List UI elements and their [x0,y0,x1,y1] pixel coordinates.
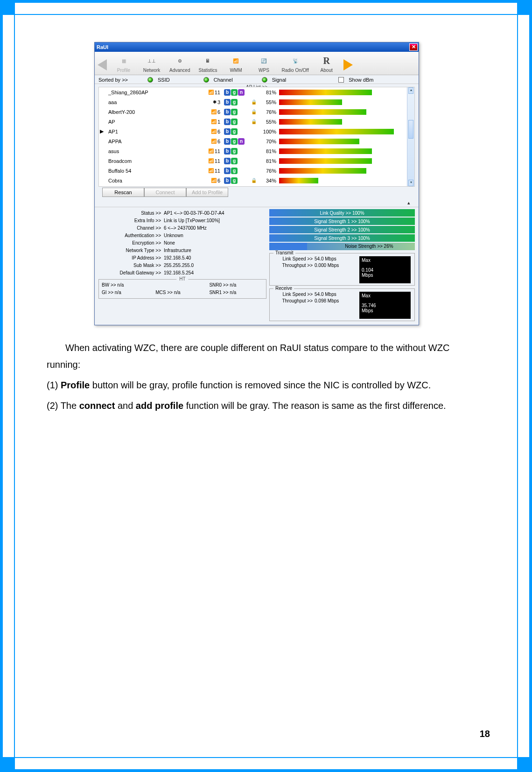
ap-row[interactable]: Broadcom📶11bg81% [99,156,414,166]
signal-strength-1-bar: Signal Strength 1 >> 100% [269,218,415,225]
ap-channel: 📶11 [202,168,224,174]
status-pane: Status >>AP1 <--> 00-03-7F-00-D7-A4Extra… [95,207,419,325]
status-line: Network Type >>Infrastructure [98,246,266,254]
doc-para-1: When activating WZC, there are couple di… [47,339,467,373]
scroll-up-icon[interactable]: ▴ [408,87,413,94]
ap-list[interactable]: _Shiang_2860AP📶11bgn81%aaa✱3bg🔒55%Albert… [98,87,415,187]
ap-channel: 📶6 [202,178,224,183]
close-icon[interactable]: ✕ [409,43,418,51]
ap-row[interactable]: Buffalo 54📶11bg76% [99,166,414,175]
ap-modes: bg [224,148,249,154]
ap-signal-pct: 76% [259,168,279,174]
ap-row[interactable]: AlbertY-200📶6bg🔒76% [99,107,414,117]
ap-row[interactable]: _Shiang_2860AP📶11bgn81% [99,87,414,97]
signal-radio[interactable] [262,77,267,83]
advanced-label: Advanced [169,68,190,73]
show-dbm-label[interactable]: Show dBm [349,77,373,83]
mode-b-icon: b [224,89,231,96]
mode-g-icon: g [231,138,238,145]
ht-cell: GI >> n/a [102,290,155,297]
ap-signal-bar [279,168,394,174]
ap-signal-bar [279,178,394,183]
scroll-down-icon[interactable]: ▾ [408,180,413,186]
ap-signal-bar [279,109,394,115]
ap-channel: 📶6 [202,109,224,115]
ap-modes: bgn [224,138,249,145]
status-line: Sub Mask >>255.255.255.0 [98,261,266,269]
channel-sort-label[interactable]: Channel [214,77,233,83]
ap-row[interactable]: Cobra📶6bg🔒34% [99,175,414,185]
ap-modes: bg [224,168,249,174]
ap-signal-bar [279,90,394,95]
ap-row[interactable]: AP📶1bg🔒55% [99,117,414,126]
status-line: Status >>AP1 <--> 00-03-7F-00-D7-A4 [98,209,266,217]
ap-row[interactable]: asus📶11bg81% [99,146,414,156]
mode-g-icon: g [231,119,238,125]
sorted-by-label: Sorted by >> [98,77,128,83]
rescan-button[interactable]: Rescan [102,188,144,197]
status-line: IP Address >>192.168.5.40 [98,254,266,261]
show-dbm-checkbox[interactable] [338,77,344,83]
collapse-icon[interactable]: ▴ [98,200,415,206]
add-profile-button: Add to Profile [186,188,228,197]
ap-channel: 📶6 [202,139,224,144]
ssid-sort-label[interactable]: SSID [158,77,170,83]
channel-radio[interactable] [203,77,209,83]
doc-item-2: (2) The connect and add profile function… [47,397,467,414]
wps-icon: 🔄 [253,55,274,68]
receive-group: Receive Link Speed >>54.0 Mbps Throughpu… [269,288,415,321]
ap-signal-pct: 76% [259,109,279,115]
wps-tab[interactable]: 🔄 WPS [250,53,278,74]
ap-row[interactable]: aaa✱3bg🔒55% [99,97,414,107]
signal-icon: 📶 [211,139,217,144]
ap-signal-pct: 55% [259,119,279,125]
ap-ssid: asus [108,148,202,154]
lock-icon: 🔒 [249,178,259,183]
ap-channel: 📶11 [202,90,224,95]
mode-b-icon: b [224,148,231,154]
mode-b-icon: b [224,138,231,145]
ssid-radio[interactable] [147,77,153,83]
scroll-thumb[interactable] [408,120,413,139]
radio-tab[interactable]: 📡 Radio On/Off [278,53,312,74]
ht-cell: SNR1 >> n/a [209,290,263,297]
network-label: Network [141,68,162,73]
titlebar[interactable]: RaUI ✕ [95,42,419,52]
radio-icon: 📡 [281,55,308,68]
mode-g-icon: g [231,148,238,154]
radio-label: Radio On/Off [281,68,308,73]
wmm-tab[interactable]: 📶 WMM [222,53,250,74]
network-tab[interactable]: ⊥⊥ Network [138,53,166,74]
back-arrow-icon[interactable] [98,59,107,70]
signal-strength-2-bar: Signal Strength 2 >> 100% [269,226,415,233]
scrollbar[interactable]: ▴ ▾ [407,87,414,186]
profile-label: Profile [113,68,134,73]
wps-label: WPS [253,68,274,73]
ht-cell: BW >> n/a [102,282,155,290]
ap-channel: ✱3 [202,99,224,105]
ap-channel: 📶11 [202,158,224,164]
profile-icon: ▦ [113,55,134,68]
doc-item-1: (1) Profile button will be gray, profile… [47,377,467,393]
lock-icon: 🔒 [249,109,259,114]
statistics-tab[interactable]: 🖩 Statistics [194,53,222,74]
ap-signal-bar [279,129,394,134]
mode-g-icon: g [231,89,238,96]
ap-modes: bgn [224,89,249,96]
signal-icon: 📶 [211,129,217,134]
advanced-tab[interactable]: ⚙ Advanced [166,53,194,74]
mode-n-icon: n [238,138,245,145]
rx-throughput: 0.098 Mbps [315,298,339,305]
calculator-icon: 🖩 [197,55,218,68]
status-line: Channel >>6 <--> 2437000 MHz [98,224,266,232]
ap-row[interactable]: APPA📶6bgn70% [99,136,414,146]
forward-arrow-icon[interactable] [343,59,353,70]
status-line: Encryption >>None [98,239,266,246]
signal-sort-label[interactable]: Signal [272,77,287,83]
document-text: When activating WZC, there are couple di… [47,339,467,414]
mode-b-icon: b [224,99,231,105]
about-tab[interactable]: R About [313,53,341,74]
ap-row[interactable]: ▶AP1📶6bg100% [99,126,414,136]
ap-signal-pct: 81% [259,90,279,95]
ap-signal-pct: 81% [259,148,279,154]
